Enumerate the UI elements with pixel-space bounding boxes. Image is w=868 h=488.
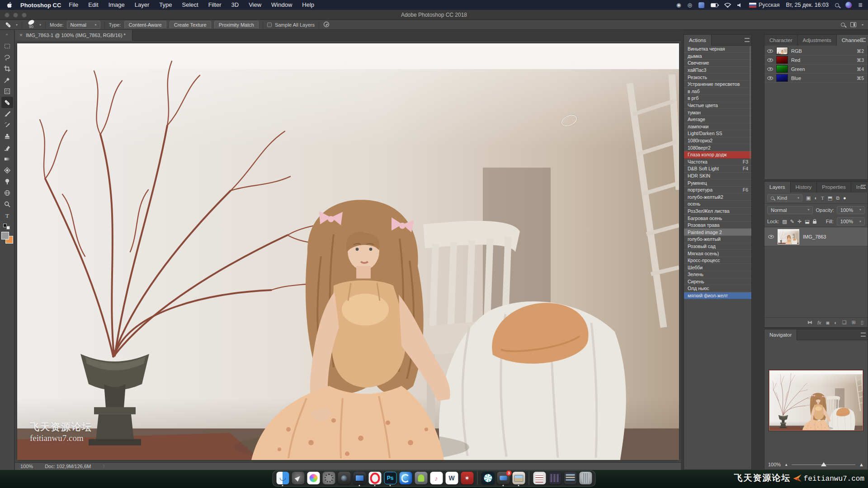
dock-item-photoshop[interactable]: Ps [384,472,397,484]
add-mask-icon[interactable]: ◙ [826,320,830,325]
tab-layers[interactable]: Layers [764,182,791,192]
eraser-tool-icon[interactable] [1,142,13,153]
action-item[interactable]: Свечение [684,60,751,67]
actions-scrollbar[interactable] [750,46,751,159]
action-item[interactable]: дымка [684,53,751,60]
action-item[interactable]: Розовая трава [684,222,751,229]
panel-menu-icon[interactable] [861,185,866,189]
action-item[interactable]: Сирень [684,278,751,286]
action-item[interactable]: мягкий фиол-желт [684,292,751,300]
action-item[interactable]: осень [684,201,751,208]
close-window-button[interactable] [5,13,9,18]
toolbar-collapse-icon[interactable]: » [6,33,8,37]
clone-stamp-tool-icon[interactable] [1,131,13,142]
menubar-app-name[interactable]: Photoshop CC [20,2,61,9]
edge-app-icon[interactable] [399,472,412,484]
delete-layer-trash-icon[interactable]: ▯ [861,319,863,325]
new-group-icon[interactable]: ❏ [842,319,847,325]
menu-type[interactable]: Type [154,0,177,10]
dock-item-stack3[interactable] [564,472,577,484]
siri-icon[interactable] [845,2,852,8]
android-app-icon[interactable] [415,472,427,484]
display-app-icon[interactable] [353,472,366,484]
action-item[interactable]: Устранение пересветов [684,81,751,88]
dock-item-display[interactable] [353,472,366,484]
action-item[interactable]: D&B Soft LightF4 [684,165,751,173]
wifi-icon[interactable] [724,3,731,8]
opera-app-icon[interactable] [368,472,381,484]
mail-app-icon[interactable] [512,472,525,484]
spot-healing-brush-tool-icon[interactable] [1,97,13,108]
zoom-in-mountain-icon[interactable]: ▲ [859,462,864,467]
lock-position-icon[interactable]: ✛ [797,219,802,225]
menubar-clock[interactable]: Вт, 25 дек. 16:03 [786,2,829,8]
layer-visibility-eye-icon[interactable] [768,235,774,239]
spotlight-icon[interactable] [835,3,839,7]
action-item[interactable]: лампочки [684,123,751,131]
layer-style-fx-icon[interactable]: fx [817,320,821,325]
app-status-icon[interactable] [698,2,704,8]
stack2-app-icon[interactable] [548,472,561,484]
dock-item-trash[interactable] [579,472,592,484]
minimize-window-button[interactable] [13,13,18,18]
dock-item-stack1[interactable] [533,472,546,484]
3d-material-tool-icon[interactable] [1,187,13,198]
filter-toggle-icon[interactable]: ● [843,195,846,201]
layer-row[interactable]: IMG_7863 [764,227,868,246]
dock-item-launchpad[interactable] [292,472,305,484]
action-item[interactable]: портретураF6 [684,187,751,194]
lock-all-icon[interactable] [813,221,816,224]
brush-preset-picker[interactable]: 90 [26,20,36,29]
menu-edit[interactable]: Edit [83,0,103,10]
channel-visibility-eye-icon[interactable] [767,49,773,53]
volume-icon[interactable] [737,3,743,8]
frame-tool-icon[interactable] [1,85,13,97]
tab-character[interactable]: Character [764,35,798,46]
lock-image-pixels-icon[interactable]: ✎ [790,219,794,225]
layer-thumbnail[interactable] [778,229,799,244]
history-brush-tool-icon[interactable] [1,119,13,131]
workspace-switcher-icon[interactable] [850,22,856,27]
navigator-zoom-field[interactable]: 100% [768,462,781,467]
channel-row-rgb[interactable]: RGB⌘2 [764,47,868,56]
dock-item-photos[interactable] [307,472,320,484]
status-chevron[interactable]: 〉 [103,464,107,469]
fill-dropdown[interactable]: 100%▾ [837,217,865,225]
opacity-dropdown[interactable]: 100%▾ [837,206,865,214]
eyedropper-tool-icon[interactable] [1,74,13,85]
menu-window[interactable]: Window [266,0,297,10]
channel-visibility-eye-icon[interactable] [767,67,773,71]
lock-artboard-icon[interactable]: ⬓ [805,219,809,225]
stack3-app-icon[interactable] [564,472,576,484]
action-item[interactable]: Багровая осень [684,215,751,222]
dock-item-edge[interactable] [399,472,412,484]
channel-row-blue[interactable]: Blue⌘5 [764,74,868,83]
menu-filter[interactable]: Filter [203,0,226,10]
filter-kind-dropdown[interactable]: Kind▾ [767,194,802,202]
dock-item-itunes[interactable]: ♪ [430,472,443,484]
action-item[interactable]: Light/Darken SS [684,130,751,137]
brush-picker-chevron[interactable]: ▾ [39,23,41,26]
dock-item-prefs[interactable] [322,472,335,484]
action-item[interactable]: Резкость [684,74,751,81]
dock-item-android[interactable] [415,472,428,484]
action-item[interactable]: хайПас3 [684,67,751,74]
navigator-zoom-slider[interactable] [792,462,855,467]
document-tab[interactable]: × IMG_7863-1 @ 100% (IMG_7863, RGB/16) * [15,30,132,41]
color-swatches[interactable] [1,232,13,244]
menu-help[interactable]: Help [297,0,319,10]
menu-3d[interactable]: 3D [226,0,244,10]
action-item[interactable]: в ргб [684,95,751,102]
action-item[interactable]: Розовый сад [684,243,751,250]
creative-cloud-icon[interactable]: ◎ [688,2,692,8]
filter-pixel-layers-icon[interactable]: ▣ [806,195,811,201]
action-item[interactable]: 1080верт2 [684,144,751,151]
action-item[interactable]: Painted image 2 [684,229,751,236]
zoom-window-button[interactable] [22,13,27,18]
channel-visibility-eye-icon[interactable] [767,76,773,80]
channel-row-red[interactable]: Red⌘3 [764,56,868,65]
proximity-match-button[interactable]: Proximity Match [214,21,259,29]
trash-app-icon[interactable] [579,472,592,484]
dock-item-stack2[interactable] [548,472,561,484]
dock-item-aperture[interactable] [481,472,495,484]
